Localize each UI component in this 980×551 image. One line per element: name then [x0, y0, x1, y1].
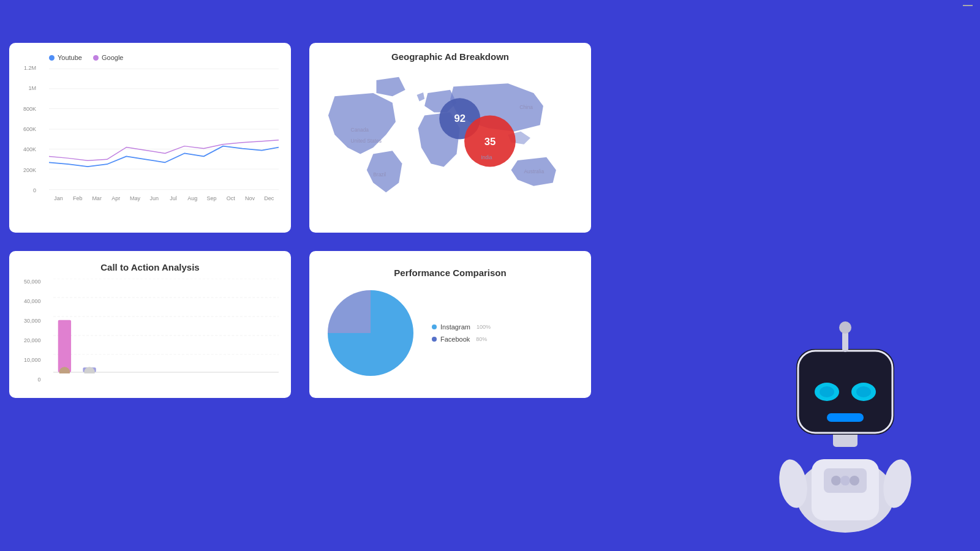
performance-chart: [322, 284, 420, 382]
line-chart-area: 1.2M 1M 800K 600K 400K 200K 0: [49, 65, 279, 193]
instagram-label: Instagram: [440, 323, 470, 331]
svg-point-37: [856, 386, 871, 397]
y-axis: 1.2M 1M 800K 600K 400K 200K 0: [23, 65, 36, 193]
geographic-card: Geographic Ad Breakdown: [309, 43, 591, 233]
legend-facebook: Facebook 80%: [432, 335, 491, 343]
x-axis: Jan Feb Mar Apr May Jun Jul Aug Sep Oct …: [49, 195, 279, 201]
legend-youtube: Youtube: [49, 54, 82, 61]
svg-rect-23: [58, 320, 71, 372]
google-label: Google: [102, 54, 123, 61]
dashboard-background: Youtube Google 1.2M 1M 800K 600K 400K 20…: [0, 0, 980, 551]
svg-rect-38: [827, 413, 864, 422]
call-to-action-card: Call to Action Analysis 50,000 40,000 30…: [9, 251, 291, 398]
line-chart-svg: [49, 65, 279, 193]
cta-title: Call to Action Analysis: [21, 262, 279, 272]
svg-rect-39: [842, 331, 848, 352]
line-chart-legend: Youtube Google: [49, 54, 279, 61]
svg-text:India: India: [481, 154, 492, 160]
svg-text:Australia: Australia: [524, 168, 544, 174]
svg-text:Brazil: Brazil: [373, 171, 386, 178]
line-chart-card: Youtube Google 1.2M 1M 800K 600K 400K 20…: [9, 43, 291, 233]
facebook-dot: [432, 337, 437, 342]
instagram-dot: [432, 324, 437, 329]
svg-point-44: [850, 476, 859, 485]
svg-text:35: 35: [484, 136, 496, 148]
svg-text:92: 92: [454, 113, 466, 124]
robot-container: [747, 288, 943, 533]
legend-google: Google: [93, 54, 123, 61]
minimize-button[interactable]: [963, 5, 973, 6]
dashboard-grid: Youtube Google 1.2M 1M 800K 600K 400K 20…: [9, 43, 591, 398]
instagram-sub: 100%: [477, 324, 491, 330]
world-map-svg: 92 35 Canada United States Brazil India …: [315, 68, 585, 227]
svg-point-43: [840, 476, 850, 485]
facebook-sub: 80%: [476, 336, 487, 342]
bar-y-labels: 50,000 40,000 30,000 20,000 10,000 0: [24, 279, 41, 383]
bar-chart-svg: [53, 279, 279, 373]
geographic-title: Geographic Ad Breakdown: [315, 51, 585, 62]
svg-text:Canada: Canada: [351, 127, 369, 133]
svg-text:United States: United States: [351, 138, 382, 144]
svg-text:China: China: [519, 104, 533, 110]
svg-point-42: [831, 476, 841, 485]
youtube-label: Youtube: [58, 54, 82, 61]
robot-svg: [747, 288, 943, 545]
performance-title: Performance Comparison: [322, 268, 579, 278]
legend-instagram: Instagram 100%: [432, 323, 491, 331]
youtube-legend-dot: [49, 55, 55, 61]
performance-legend: Instagram 100% Facebook 80%: [432, 323, 491, 343]
svg-point-40: [839, 321, 851, 334]
google-legend-dot: [93, 55, 99, 61]
bar-chart-area: 50,000 40,000 30,000 20,000 10,000 0: [53, 279, 279, 383]
geo-map-container: 92 35 Canada United States Brazil India …: [315, 68, 585, 227]
svg-point-35: [820, 386, 834, 397]
facebook-label: Facebook: [440, 335, 470, 343]
performance-card: Performance Comparison: [309, 251, 591, 398]
